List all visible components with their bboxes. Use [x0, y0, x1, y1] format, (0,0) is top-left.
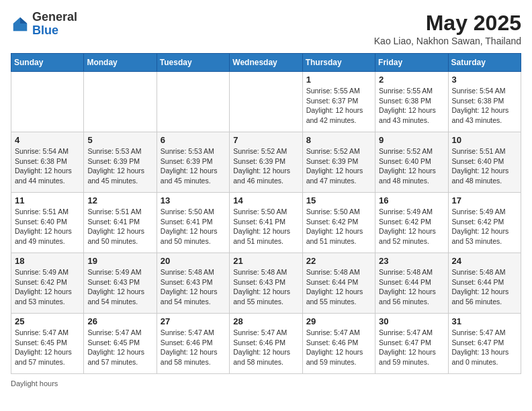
day-number: 17	[452, 195, 517, 205]
calendar-cell: 27Sunrise: 5:47 AM Sunset: 6:46 PM Dayli…	[157, 314, 229, 374]
calendar-cell: 21Sunrise: 5:48 AM Sunset: 6:43 PM Dayli…	[230, 253, 302, 314]
day-info: Sunrise: 5:48 AM Sunset: 6:44 PM Dayligh…	[379, 267, 444, 307]
calendar-day-header: Thursday	[302, 54, 375, 72]
calendar-cell: 1Sunrise: 5:55 AM Sunset: 6:37 PM Daylig…	[302, 72, 375, 132]
calendar-day-header: Wednesday	[230, 54, 302, 72]
day-info: Sunrise: 5:55 AM Sunset: 6:37 PM Dayligh…	[306, 86, 371, 126]
calendar-cell: 5Sunrise: 5:53 AM Sunset: 6:39 PM Daylig…	[84, 132, 157, 193]
calendar-cell: 18Sunrise: 5:49 AM Sunset: 6:42 PM Dayli…	[11, 253, 84, 314]
day-number: 6	[161, 135, 226, 145]
calendar-cell: 7Sunrise: 5:52 AM Sunset: 6:39 PM Daylig…	[230, 132, 302, 193]
day-info: Sunrise: 5:47 AM Sunset: 6:46 PM Dayligh…	[306, 328, 371, 367]
day-info: Sunrise: 5:50 AM Sunset: 6:42 PM Dayligh…	[306, 207, 371, 246]
day-number: 28	[233, 316, 298, 326]
day-info: Sunrise: 5:52 AM Sunset: 6:39 PM Dayligh…	[306, 146, 371, 186]
calendar-cell: 16Sunrise: 5:49 AM Sunset: 6:42 PM Dayli…	[375, 193, 448, 253]
calendar-cell: 6Sunrise: 5:53 AM Sunset: 6:39 PM Daylig…	[157, 132, 229, 193]
day-number: 1	[306, 75, 371, 85]
calendar-cell: 14Sunrise: 5:50 AM Sunset: 6:41 PM Dayli…	[230, 193, 302, 253]
calendar-day-header: Saturday	[448, 54, 521, 72]
logo-text: General Blue	[32, 11, 77, 38]
day-info: Sunrise: 5:51 AM Sunset: 6:41 PM Dayligh…	[87, 207, 152, 246]
calendar-day-header: Tuesday	[157, 54, 229, 72]
calendar-week-row: 11Sunrise: 5:51 AM Sunset: 6:40 PM Dayli…	[11, 193, 521, 253]
calendar-cell: 2Sunrise: 5:55 AM Sunset: 6:38 PM Daylig…	[375, 72, 448, 132]
calendar-cell: 31Sunrise: 5:47 AM Sunset: 6:47 PM Dayli…	[448, 314, 521, 374]
calendar-cell: 4Sunrise: 5:54 AM Sunset: 6:38 PM Daylig…	[11, 132, 84, 193]
day-number: 31	[452, 316, 517, 326]
calendar-cell: 3Sunrise: 5:54 AM Sunset: 6:38 PM Daylig…	[448, 72, 521, 132]
page-header: General Blue May 2025 Kao Liao, Nakhon S…	[11, 11, 521, 46]
day-number: 13	[161, 195, 226, 205]
calendar-cell: 10Sunrise: 5:51 AM Sunset: 6:40 PM Dayli…	[448, 132, 521, 193]
calendar-cell: 19Sunrise: 5:49 AM Sunset: 6:43 PM Dayli…	[84, 253, 157, 314]
day-info: Sunrise: 5:50 AM Sunset: 6:41 PM Dayligh…	[233, 207, 298, 246]
day-info: Sunrise: 5:48 AM Sunset: 6:43 PM Dayligh…	[161, 267, 226, 307]
day-info: Sunrise: 5:53 AM Sunset: 6:39 PM Dayligh…	[161, 146, 226, 186]
day-info: Sunrise: 5:47 AM Sunset: 6:46 PM Dayligh…	[161, 328, 226, 367]
day-number: 11	[15, 195, 80, 205]
calendar-cell: 28Sunrise: 5:47 AM Sunset: 6:46 PM Dayli…	[230, 314, 302, 374]
day-info: Sunrise: 5:52 AM Sunset: 6:39 PM Dayligh…	[233, 146, 298, 186]
calendar-cell: 13Sunrise: 5:50 AM Sunset: 6:41 PM Dayli…	[157, 193, 229, 253]
calendar-cell: 15Sunrise: 5:50 AM Sunset: 6:42 PM Dayli…	[302, 193, 375, 253]
location: Kao Liao, Nakhon Sawan, Thailand	[374, 36, 521, 46]
calendar-cell: 20Sunrise: 5:48 AM Sunset: 6:43 PM Dayli…	[157, 253, 229, 314]
day-number: 3	[452, 75, 517, 85]
day-number: 26	[87, 316, 152, 326]
calendar-week-row: 4Sunrise: 5:54 AM Sunset: 6:38 PM Daylig…	[11, 132, 521, 193]
day-number: 8	[306, 135, 371, 145]
day-info: Sunrise: 5:49 AM Sunset: 6:42 PM Dayligh…	[15, 267, 80, 307]
calendar-cell: 29Sunrise: 5:47 AM Sunset: 6:46 PM Dayli…	[302, 314, 375, 374]
day-number: 16	[379, 195, 444, 205]
day-info: Sunrise: 5:53 AM Sunset: 6:39 PM Dayligh…	[87, 146, 152, 186]
day-info: Sunrise: 5:51 AM Sunset: 6:40 PM Dayligh…	[15, 207, 80, 246]
logo-general-text: General	[32, 10, 77, 24]
day-number: 4	[15, 135, 80, 145]
day-info: Sunrise: 5:52 AM Sunset: 6:40 PM Dayligh…	[379, 146, 444, 186]
calendar-day-header: Sunday	[11, 54, 84, 72]
day-number: 20	[161, 256, 226, 266]
calendar-cell	[230, 72, 302, 132]
day-number: 19	[87, 256, 152, 266]
day-info: Sunrise: 5:54 AM Sunset: 6:38 PM Dayligh…	[452, 86, 517, 126]
logo-blue-text: Blue	[32, 24, 58, 37]
calendar-cell: 12Sunrise: 5:51 AM Sunset: 6:41 PM Dayli…	[84, 193, 157, 253]
day-info: Sunrise: 5:47 AM Sunset: 6:46 PM Dayligh…	[233, 328, 298, 367]
calendar-cell: 26Sunrise: 5:47 AM Sunset: 6:45 PM Dayli…	[84, 314, 157, 374]
calendar-table: SundayMondayTuesdayWednesdayThursdayFrid…	[11, 53, 521, 374]
day-number: 7	[233, 135, 298, 145]
calendar-day-header: Monday	[84, 54, 157, 72]
day-info: Sunrise: 5:49 AM Sunset: 6:42 PM Dayligh…	[379, 207, 444, 246]
day-info: Sunrise: 5:47 AM Sunset: 6:47 PM Dayligh…	[452, 328, 517, 367]
day-number: 22	[306, 256, 371, 266]
day-info: Sunrise: 5:48 AM Sunset: 6:44 PM Dayligh…	[452, 267, 517, 307]
calendar-cell	[157, 72, 229, 132]
day-number: 23	[379, 256, 444, 266]
calendar-cell: 30Sunrise: 5:47 AM Sunset: 6:47 PM Dayli…	[375, 314, 448, 374]
day-info: Sunrise: 5:49 AM Sunset: 6:42 PM Dayligh…	[452, 207, 517, 246]
day-number: 9	[379, 135, 444, 145]
logo: General Blue	[11, 11, 77, 38]
calendar-cell: 17Sunrise: 5:49 AM Sunset: 6:42 PM Dayli…	[448, 193, 521, 253]
day-info: Sunrise: 5:47 AM Sunset: 6:47 PM Dayligh…	[379, 328, 444, 367]
calendar-week-row: 18Sunrise: 5:49 AM Sunset: 6:42 PM Dayli…	[11, 253, 521, 314]
calendar-week-row: 1Sunrise: 5:55 AM Sunset: 6:37 PM Daylig…	[11, 72, 521, 132]
svg-marker-1	[20, 17, 27, 24]
month-title: May 2025	[374, 11, 521, 36]
calendar-week-row: 25Sunrise: 5:47 AM Sunset: 6:45 PM Dayli…	[11, 314, 521, 374]
day-number: 24	[452, 256, 517, 266]
calendar-header-row: SundayMondayTuesdayWednesdayThursdayFrid…	[11, 54, 521, 72]
day-number: 30	[379, 316, 444, 326]
calendar-cell: 25Sunrise: 5:47 AM Sunset: 6:45 PM Dayli…	[11, 314, 84, 374]
day-info: Sunrise: 5:48 AM Sunset: 6:43 PM Dayligh…	[233, 267, 298, 307]
day-info: Sunrise: 5:50 AM Sunset: 6:41 PM Dayligh…	[161, 207, 226, 246]
day-number: 29	[306, 316, 371, 326]
calendar-day-header: Friday	[375, 54, 448, 72]
day-number: 12	[87, 195, 152, 205]
calendar-cell: 8Sunrise: 5:52 AM Sunset: 6:39 PM Daylig…	[302, 132, 375, 193]
day-number: 15	[306, 195, 371, 205]
day-number: 25	[15, 316, 80, 326]
calendar-cell: 9Sunrise: 5:52 AM Sunset: 6:40 PM Daylig…	[375, 132, 448, 193]
day-number: 27	[161, 316, 226, 326]
